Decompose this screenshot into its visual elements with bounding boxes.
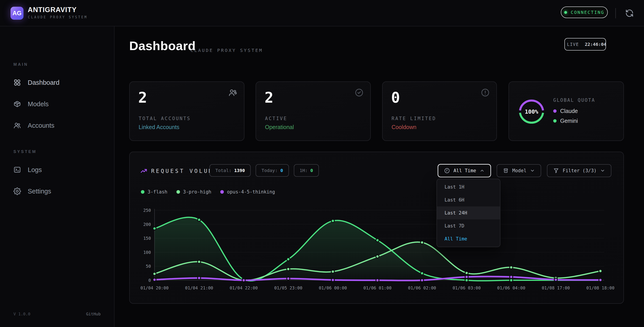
- badge-value: 0: [310, 168, 313, 173]
- chart-legend: 3-flash 3-pro-high opus-4-5-thinking: [141, 189, 275, 194]
- svg-text:01/04 21:00: 01/04 21:00: [185, 286, 213, 290]
- svg-text:01/08 17:00: 01/08 17:00: [542, 286, 570, 290]
- chart-controls: All Time Model Filter (3/3): [438, 164, 611, 177]
- legend-dot: [176, 190, 180, 194]
- users-icon: [14, 122, 21, 129]
- connection-status-label: CONNECTING: [571, 10, 604, 15]
- quota-legend-label: Gemini: [560, 118, 578, 124]
- svg-text:01/06 04:00: 01/06 04:00: [497, 286, 525, 290]
- page-subtitle: CLAUDE PROXY SYSTEM: [190, 48, 263, 53]
- quota-percent: 100%: [518, 98, 546, 126]
- today-requests-badge: Today: 0: [256, 164, 289, 177]
- sidebar-section-system: SYSTEM: [14, 150, 37, 154]
- chevron-down-icon: [530, 168, 535, 173]
- clock-value: 22:46:04: [585, 42, 606, 47]
- quota-legend-gemini: Gemini: [553, 118, 578, 124]
- quota-label: GLOBAL QUOTA: [553, 98, 595, 103]
- badge-label: Total:: [215, 168, 232, 173]
- svg-text:0: 0: [148, 278, 151, 283]
- stat-card-total-accounts: 2 TOTAL ACCOUNTS Linked Accounts: [129, 82, 244, 141]
- chart-title: REQUEST VOLUME: [151, 168, 218, 174]
- time-range-button[interactable]: All Time: [438, 164, 491, 177]
- version-label: V 1.0.0: [14, 312, 30, 316]
- volume-chart: 05010015020025001/04 20:0001/04 21:0001/…: [132, 206, 620, 298]
- stat-sub: Linked Accounts: [139, 124, 179, 130]
- filter-button[interactable]: Filter (3/3): [547, 164, 611, 177]
- stat-card-global-quota: 100% GLOBAL QUOTA Claude Gemini: [508, 82, 624, 141]
- sidebar-item-label: Accounts: [28, 122, 54, 129]
- svg-text:01/06 00:00: 01/06 00:00: [319, 286, 347, 290]
- refresh-icon: [625, 9, 634, 18]
- funnel-icon: [553, 168, 559, 174]
- volume-chart-area: 05010015020025001/04 20:0001/04 21:0001/…: [132, 206, 620, 298]
- gemini-dot: [553, 119, 556, 122]
- trending-up-icon: [140, 167, 147, 174]
- dropdown-item-last-6h[interactable]: Last 6H: [437, 194, 500, 206]
- gear-icon: [14, 188, 21, 195]
- badge-value: 1390: [234, 168, 245, 173]
- cube-icon: [14, 100, 21, 108]
- hour-requests-badge: 1H: 0: [294, 164, 319, 177]
- users-icon: [228, 88, 237, 97]
- refresh-button[interactable]: [624, 8, 635, 19]
- github-link[interactable]: GitHub: [86, 312, 100, 316]
- filter-label: Filter (3/3): [562, 168, 596, 173]
- sidebar-item-dashboard[interactable]: Dashboard: [14, 76, 103, 89]
- legend-item-opus: opus-4-5-thinking: [220, 189, 275, 194]
- grid-icon: [14, 79, 21, 86]
- svg-text:150: 150: [143, 236, 151, 241]
- sidebar-item-models[interactable]: Models: [14, 98, 103, 110]
- time-range-dropdown: Last 1H Last 6H Last 24H Last 7D All Tim…: [436, 179, 500, 247]
- dropdown-item-last-24h[interactable]: Last 24H: [437, 206, 500, 220]
- svg-text:01/05 23:00: 01/05 23:00: [274, 286, 302, 290]
- stat-label: RATE LIMITED: [392, 116, 436, 121]
- legend-label: 3-flash: [148, 189, 168, 194]
- connection-status-dot: [564, 11, 567, 14]
- model-filter-button[interactable]: Model: [497, 164, 541, 177]
- badge-label: 1H:: [300, 168, 308, 173]
- total-requests-badge: Total: 1390: [210, 164, 251, 177]
- sidebar: MAIN Dashboard Models Accounts SYSTEM: [0, 26, 114, 327]
- quota-legend-claude: Claude: [553, 108, 578, 114]
- stat-value: 0: [391, 90, 400, 105]
- sidebar-item-logs[interactable]: Logs: [14, 163, 103, 176]
- stat-value: 2: [138, 90, 147, 105]
- sidebar-item-settings[interactable]: Settings: [14, 185, 103, 198]
- model-filter-label: Model: [512, 168, 526, 173]
- live-status-badge: LIVE 22:46:04: [564, 38, 606, 50]
- chevron-up-icon: [480, 168, 484, 173]
- svg-text:01/06 01:00: 01/06 01:00: [363, 286, 392, 290]
- request-volume-panel: REQUEST VOLUME Total: 1390 Today: 0 1H: …: [129, 152, 624, 304]
- stat-label: TOTAL ACCOUNTS: [139, 116, 191, 121]
- stat-sub: Cooldown: [392, 124, 416, 130]
- legend-dot: [141, 190, 144, 194]
- stat-sub: Operational: [265, 124, 294, 130]
- svg-text:200: 200: [143, 222, 151, 227]
- connection-status-badge: CONNECTING: [561, 6, 608, 18]
- svg-text:01/04 22:00: 01/04 22:00: [230, 286, 258, 290]
- svg-text:250: 250: [143, 208, 151, 213]
- sidebar-item-label: Models: [28, 100, 49, 108]
- dropdown-item-last-7d[interactable]: Last 7D: [437, 220, 500, 232]
- stat-card-rate-limited: 0 RATE LIMITED Cooldown: [382, 82, 497, 141]
- sidebar-item-accounts[interactable]: Accounts: [14, 119, 103, 132]
- svg-text:01/06 03:00: 01/06 03:00: [452, 286, 481, 290]
- badge-value: 0: [280, 168, 283, 173]
- sidebar-item-label: Logs: [28, 166, 42, 174]
- sidebar-item-label: Settings: [28, 188, 51, 195]
- time-range-label: All Time: [454, 168, 476, 173]
- dropdown-item-last-1h[interactable]: Last 1H: [437, 180, 500, 194]
- badge-label: Today:: [262, 168, 278, 173]
- stat-value: 2: [264, 90, 274, 105]
- sidebar-section-main: MAIN: [14, 62, 28, 67]
- claude-dot: [553, 109, 556, 113]
- dropdown-item-all-time[interactable]: All Time: [437, 232, 500, 245]
- chart-stat-badges: Total: 1390 Today: 0 1H: 0: [210, 164, 319, 177]
- alert-circle-icon: [481, 88, 490, 97]
- stat-card-active: 2 ACTIVE Operational: [256, 82, 371, 141]
- svg-text:01/04 20:00: 01/04 20:00: [140, 286, 168, 290]
- stat-label: ACTIVE: [265, 116, 287, 121]
- legend-label: opus-4-5-thinking: [227, 189, 275, 194]
- svg-text:50: 50: [146, 264, 151, 268]
- header-divider: [616, 8, 616, 18]
